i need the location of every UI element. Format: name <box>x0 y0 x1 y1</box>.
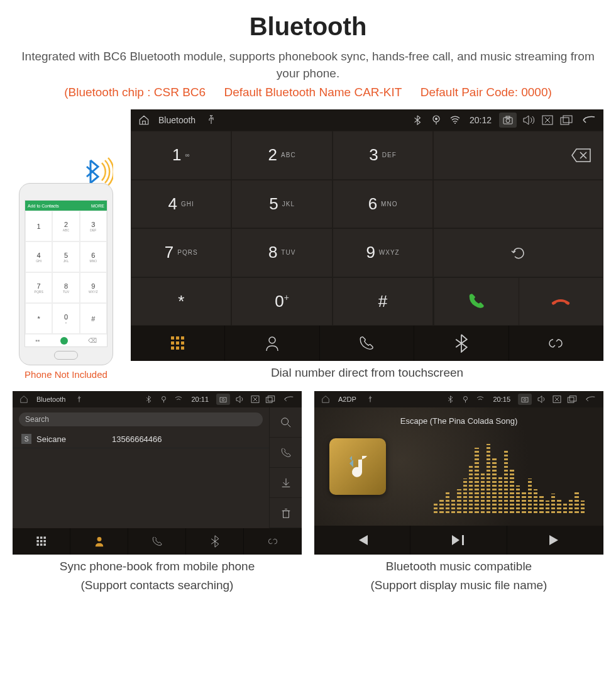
dialer-key-7[interactable]: 7PQRS <box>131 228 231 277</box>
delete-icon[interactable] <box>270 498 302 528</box>
recent-apps-icon[interactable] <box>265 394 275 404</box>
wifi-icon <box>173 394 184 404</box>
hangup-button[interactable] <box>519 278 603 326</box>
play-pause-button[interactable] <box>410 526 507 555</box>
dialer-key-6[interactable]: 6MNO <box>333 180 433 229</box>
contact-row[interactable]: S Seicane 13566664466 <box>13 430 269 448</box>
page-title: Bluetooth <box>13 13 603 41</box>
svg-point-1 <box>454 123 456 124</box>
screenshot-icon[interactable] <box>518 394 532 405</box>
dial-row-2 <box>433 180 603 229</box>
phone-mock: Add to Contacts MORE 12ABC3DEF4GHI5JKL6M… <box>19 183 113 365</box>
back-icon[interactable] <box>582 394 597 404</box>
svg-rect-12 <box>176 341 179 345</box>
refresh-button[interactable] <box>433 228 603 277</box>
music-caption-1: Bluetooth music compatible <box>314 560 603 573</box>
location-icon <box>460 394 470 404</box>
svg-rect-16 <box>181 346 184 350</box>
back-icon[interactable] <box>280 394 295 404</box>
tab-pair[interactable] <box>509 326 603 361</box>
song-title: Escape (The Pina Colada Song) <box>314 416 603 426</box>
phone-back-icon: ⌫ <box>88 337 97 344</box>
bluetooth-status-icon <box>143 394 153 404</box>
bluetooth-status-icon <box>445 394 455 404</box>
phone-key: 7PQRS <box>25 272 52 303</box>
search-icon[interactable] <box>270 407 302 438</box>
tab-contacts[interactable] <box>225 326 319 361</box>
close-app-icon[interactable] <box>541 113 554 127</box>
close-app-icon[interactable] <box>552 394 562 404</box>
dial-display <box>433 131 603 180</box>
tab-contacts[interactable] <box>70 528 128 555</box>
statusbar-title: A2DP <box>338 396 356 403</box>
svg-rect-40 <box>568 397 574 402</box>
dialer-screen: Bluetooth 20:12 <box>131 109 603 361</box>
phone-call-icon <box>60 337 68 345</box>
phone-video-icon: ▪▪ <box>35 337 40 344</box>
screenshot-icon[interactable] <box>499 113 517 128</box>
tab-bluetooth[interactable] <box>414 326 509 361</box>
home-icon[interactable] <box>137 113 151 127</box>
phone-key: 3DEF <box>80 211 107 241</box>
next-track-button[interactable] <box>507 526 603 555</box>
tab-dialpad[interactable] <box>131 326 225 361</box>
spec-code: Default Pair Code: 0000) <box>421 86 552 99</box>
dialer-key-#[interactable]: # <box>333 277 433 326</box>
home-icon[interactable] <box>19 394 29 404</box>
phone-key: 5JKL <box>52 241 79 272</box>
spec-chip: (Bluetooth chip : CSR BC6 <box>64 86 206 99</box>
svg-point-38 <box>524 399 526 401</box>
status-bar: Bluetooth 20:12 <box>131 109 603 131</box>
dialer-key-4[interactable]: 4GHI <box>131 180 231 229</box>
tab-pair[interactable] <box>244 528 302 555</box>
svg-rect-23 <box>268 396 275 401</box>
phone-key: 0+ <box>52 303 79 334</box>
dialer-key-*[interactable]: * <box>131 277 231 326</box>
close-app-icon[interactable] <box>250 394 260 404</box>
tab-recent[interactable] <box>320 326 414 361</box>
tab-dialpad[interactable] <box>13 528 70 555</box>
svg-rect-9 <box>176 336 179 340</box>
svg-point-24 <box>281 418 288 424</box>
svg-rect-30 <box>40 540 41 542</box>
dialer-key-2[interactable]: 2ABC <box>231 131 332 180</box>
svg-point-17 <box>269 337 275 343</box>
recent-apps-icon[interactable] <box>567 394 577 404</box>
usb-icon <box>204 113 218 127</box>
svg-rect-28 <box>43 537 45 539</box>
spec-name: Default Bluetooth Name CAR-KIT <box>224 86 402 99</box>
search-placeholder: Search <box>25 415 49 424</box>
backspace-icon[interactable] <box>571 148 591 162</box>
svg-rect-10 <box>181 336 184 340</box>
search-input[interactable]: Search <box>19 412 263 426</box>
dialer-key-9[interactable]: 9WXYZ <box>333 228 433 277</box>
call-icon[interactable] <box>270 438 302 468</box>
page-subtitle: Integrated with BC6 Bluetooth module, su… <box>13 48 603 82</box>
call-button[interactable] <box>434 278 518 326</box>
home-icon[interactable] <box>321 394 331 404</box>
phone-key: # <box>80 303 107 334</box>
screenshot-icon[interactable] <box>216 394 230 405</box>
prev-track-button[interactable] <box>314 526 410 555</box>
svg-point-20 <box>222 399 224 401</box>
svg-rect-14 <box>171 346 174 350</box>
volume-icon[interactable] <box>522 113 536 127</box>
dialer-key-8[interactable]: 8TUV <box>231 228 332 277</box>
recent-apps-icon[interactable] <box>559 113 573 127</box>
svg-rect-32 <box>36 544 38 546</box>
tab-recent[interactable] <box>128 528 186 555</box>
phone-key: 6MNO <box>80 241 107 272</box>
dialer-key-0[interactable]: 0+ <box>231 277 332 326</box>
tab-bluetooth[interactable] <box>186 528 244 555</box>
back-icon[interactable] <box>578 113 597 127</box>
volume-icon[interactable] <box>235 394 245 404</box>
volume-icon[interactable] <box>537 394 547 404</box>
contacts-screen: Bluetooth 20:11 Search <box>13 391 302 555</box>
dialer-key-3[interactable]: 3DEF <box>333 131 433 180</box>
dialer-key-1[interactable]: 1∞ <box>131 131 231 180</box>
bluetooth-status-icon <box>410 113 424 127</box>
sync-down-icon[interactable] <box>270 468 302 498</box>
phone-key: 4GHI <box>25 241 52 272</box>
music-screen: A2DP 20:15 Escape (The Pina Colada Song) <box>314 391 603 555</box>
dialer-key-5[interactable]: 5JKL <box>231 180 332 229</box>
